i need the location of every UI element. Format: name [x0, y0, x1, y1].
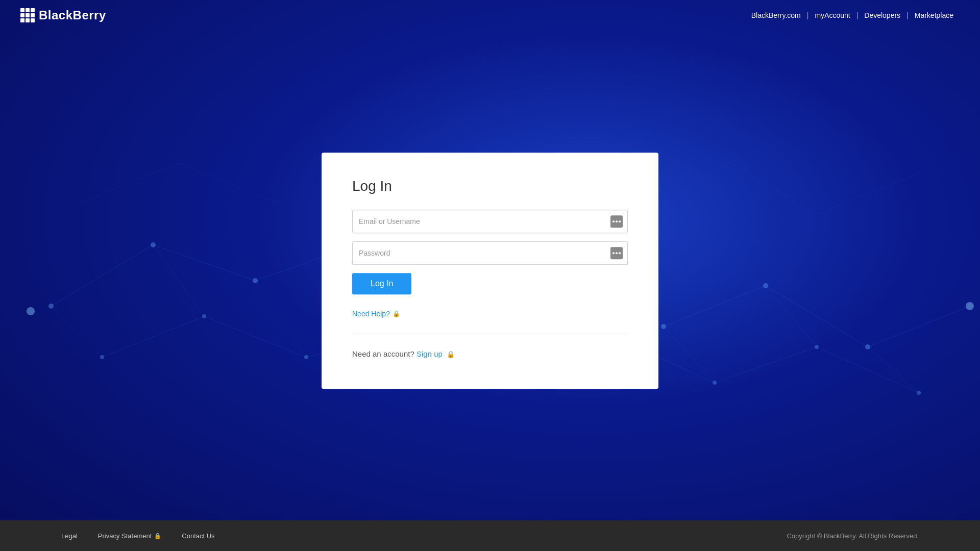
svg-point-46 [713, 381, 717, 385]
footer-contact-link[interactable]: Contact Us [182, 532, 214, 540]
svg-line-6 [664, 286, 766, 327]
nav-my-account[interactable]: myAccount [808, 11, 856, 19]
top-nav: BlackBerry.com | myAccount | Developers … [745, 11, 960, 19]
login-button[interactable]: Log In [352, 273, 411, 294]
svg-line-22 [664, 327, 715, 383]
logo-area: BlackBerry [20, 8, 106, 22]
svg-point-36 [661, 324, 666, 329]
svg-line-28 [715, 153, 817, 214]
svg-line-16 [817, 347, 919, 393]
password-form-group [352, 241, 628, 265]
login-title: Log In [352, 178, 628, 194]
bb-grid-icon [20, 8, 35, 22]
svg-point-47 [815, 345, 819, 349]
svg-line-26 [77, 163, 179, 204]
footer-privacy-link[interactable]: Privacy Statement 🔒 [98, 532, 162, 540]
svg-point-31 [151, 242, 156, 247]
email-input[interactable] [352, 210, 628, 233]
svg-line-0 [51, 245, 153, 306]
login-card: Log In Log In Need Help? 🔒 Ne [322, 153, 658, 389]
nav-blackberry-com[interactable]: BlackBerry.com [745, 11, 807, 19]
nav-marketplace[interactable]: Marketplace [909, 11, 960, 19]
privacy-lock-icon: 🔒 [154, 533, 161, 539]
svg-line-29 [817, 173, 919, 214]
svg-line-9 [102, 316, 204, 357]
nav-developers[interactable]: Developers [858, 11, 906, 19]
card-divider [352, 334, 628, 334]
svg-line-27 [179, 163, 281, 204]
svg-line-18 [255, 281, 306, 357]
footer-legal-link[interactable]: Legal [61, 532, 78, 540]
svg-line-10 [204, 316, 306, 357]
password-icon [610, 247, 623, 259]
svg-point-30 [48, 304, 54, 309]
email-icon [610, 215, 623, 228]
svg-line-8 [868, 306, 970, 347]
svg-line-1 [153, 245, 255, 281]
svg-point-38 [865, 344, 870, 349]
svg-point-49 [27, 307, 35, 315]
svg-line-25 [868, 347, 919, 393]
help-lock-icon: 🔒 [393, 310, 400, 317]
svg-line-17 [153, 245, 204, 316]
svg-point-42 [304, 355, 308, 359]
signup-link[interactable]: Sign up [416, 349, 445, 358]
svg-point-51 [966, 302, 974, 310]
svg-point-41 [202, 314, 206, 318]
header: BlackBerry BlackBerry.com | myAccount | … [0, 0, 980, 31]
password-input[interactable] [352, 241, 628, 265]
svg-line-24 [51, 306, 102, 357]
footer: Legal Privacy Statement 🔒 Contact Us Cop… [0, 520, 980, 551]
svg-point-32 [253, 278, 258, 283]
svg-line-23 [766, 286, 817, 347]
signup-lock-icon: 🔒 [447, 350, 455, 358]
email-form-group [352, 210, 628, 233]
svg-line-7 [766, 286, 868, 347]
footer-copyright: Copyright © BlackBerry. All Rights Reser… [787, 532, 919, 540]
svg-line-15 [715, 347, 817, 383]
need-help-link[interactable]: Need Help? 🔒 [352, 310, 400, 318]
signup-area: Need an account? Sign up 🔒 [352, 349, 628, 358]
svg-point-37 [763, 283, 768, 288]
svg-point-40 [100, 355, 104, 359]
footer-links: Legal Privacy Statement 🔒 Contact Us [61, 532, 215, 540]
logo-text: BlackBerry [39, 8, 106, 22]
svg-point-48 [917, 391, 921, 395]
blackberry-logo: BlackBerry [20, 8, 106, 22]
